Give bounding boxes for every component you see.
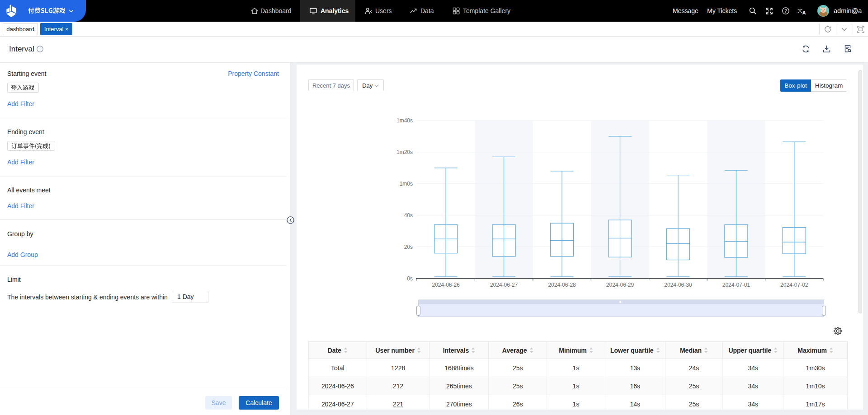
svg-text:40s: 40s	[404, 212, 413, 219]
svg-text:?: ?	[784, 9, 787, 14]
svg-text:1m20s: 1m20s	[396, 149, 413, 155]
svg-text:A: A	[802, 10, 806, 15]
svg-text:2024-06-30: 2024-06-30	[664, 282, 692, 288]
svg-text:2024-06-28: 2024-06-28	[548, 282, 576, 288]
svg-text:2024-06-29: 2024-06-29	[606, 282, 634, 288]
svg-text:2024-06-27: 2024-06-27	[490, 282, 518, 288]
svg-text:1m40s: 1m40s	[396, 117, 413, 124]
svg-text:2024-07-02: 2024-07-02	[780, 282, 808, 288]
svg-text:2024-07-01: 2024-07-01	[722, 282, 750, 288]
svg-text:1m0s: 1m0s	[400, 181, 413, 187]
svg-text:0s: 0s	[407, 275, 413, 282]
svg-text:2024-06-26: 2024-06-26	[432, 282, 460, 288]
svg-text:20s: 20s	[404, 244, 413, 250]
